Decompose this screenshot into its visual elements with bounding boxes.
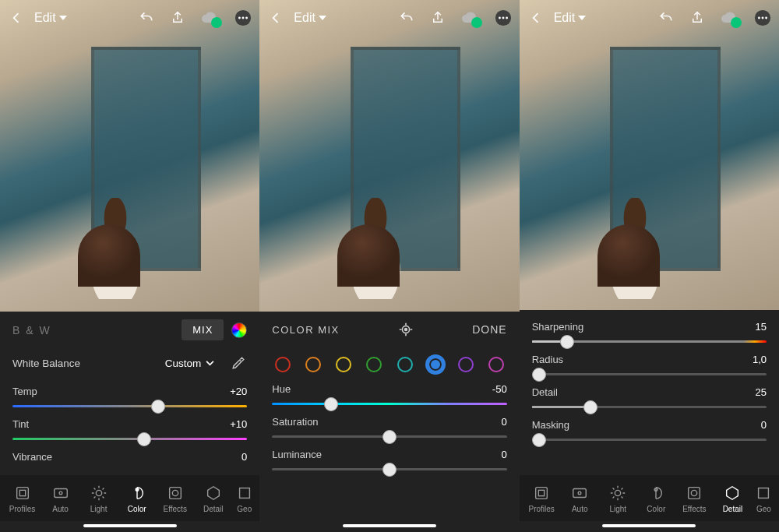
svg-point-9 <box>136 488 139 491</box>
svg-point-21 <box>762 17 764 19</box>
share-icon[interactable] <box>169 9 186 26</box>
masking-value: 0 <box>761 419 767 431</box>
home-indicator[interactable] <box>602 524 696 527</box>
edit-label: Edit <box>34 11 56 25</box>
more-icon[interactable] <box>754 9 771 26</box>
tab-geometry[interactable]: Geo <box>232 481 256 516</box>
photo-preview[interactable] <box>0 0 259 312</box>
tint-value: +10 <box>230 418 247 430</box>
svg-point-26 <box>578 491 581 495</box>
cloud-sync-icon[interactable] <box>720 9 740 26</box>
tab-detail[interactable]: Detail <box>714 481 752 516</box>
edit-menu[interactable]: Edit <box>294 11 326 25</box>
tab-color[interactable]: Color <box>637 481 675 516</box>
target-adjust-icon[interactable] <box>397 321 414 338</box>
bw-toggle[interactable]: B & W <box>12 324 51 336</box>
tab-auto[interactable]: Auto <box>41 481 79 516</box>
sharpening-value: 15 <box>756 321 767 333</box>
colormix-panel: COLOR MIX DONE Hue -50 Saturati <box>259 312 519 532</box>
done-button[interactable]: DONE <box>472 323 506 336</box>
color-swatches <box>259 347 519 377</box>
back-icon[interactable] <box>527 9 545 26</box>
hue-label: Hue <box>272 383 291 395</box>
photo-preview[interactable] <box>259 0 519 312</box>
slider-temp[interactable]: Temp +20 <box>0 379 259 412</box>
share-icon[interactable] <box>689 9 706 26</box>
sharpening-label: Sharpening <box>532 321 584 333</box>
swatch-purple[interactable] <box>458 357 474 372</box>
color-panel: B & W MIX White Balance Custom Temp +20 … <box>0 312 259 532</box>
tab-auto[interactable]: Auto <box>561 481 599 516</box>
tab-light[interactable]: Light <box>79 481 118 516</box>
slider-sharpening[interactable]: Sharpening 15 <box>520 315 779 347</box>
edit-menu[interactable]: Edit <box>34 11 67 25</box>
more-icon[interactable] <box>495 9 512 26</box>
svg-point-11 <box>172 490 178 495</box>
back-icon[interactable] <box>8 9 25 26</box>
svg-rect-5 <box>19 490 25 495</box>
undo-icon[interactable] <box>657 9 675 26</box>
svg-point-7 <box>59 491 62 495</box>
svg-point-3 <box>245 17 248 19</box>
temp-label: Temp <box>12 386 37 397</box>
wb-select[interactable]: Custom <box>165 358 215 369</box>
undo-icon[interactable] <box>138 9 155 26</box>
swatch-yellow[interactable] <box>336 357 351 372</box>
home-indicator[interactable] <box>343 524 436 527</box>
topbar: Edit <box>520 0 779 36</box>
slider-tint[interactable]: Tint +10 <box>0 412 259 445</box>
svg-rect-29 <box>689 488 700 499</box>
more-icon[interactable] <box>234 9 252 26</box>
saturation-value: 0 <box>501 416 506 428</box>
tool-tabbar: Profiles Auto Light Color Effects Detail… <box>520 475 779 521</box>
tab-effects[interactable]: Effects <box>156 481 194 516</box>
tab-geometry[interactable]: Geo <box>752 481 776 516</box>
slider-masking[interactable]: Masking 0 <box>520 413 779 446</box>
swatch-blue[interactable] <box>428 357 443 372</box>
tab-detail[interactable]: Detail <box>194 481 232 516</box>
swatch-green[interactable] <box>366 357 382 372</box>
svg-rect-12 <box>239 488 249 499</box>
share-icon[interactable] <box>429 9 446 26</box>
tab-profiles[interactable]: Profiles <box>3 481 41 516</box>
photo-preview[interactable] <box>520 0 779 312</box>
tab-light[interactable]: Light <box>599 481 637 516</box>
slider-hue[interactable]: Hue -50 <box>259 377 519 410</box>
colormix-title: COLOR MIX <box>272 324 339 336</box>
tab-effects[interactable]: Effects <box>675 481 714 516</box>
svg-rect-23 <box>536 488 548 499</box>
slider-luminance[interactable]: Luminance 0 <box>259 442 519 475</box>
slider-detail[interactable]: Detail 25 <box>520 380 779 413</box>
screen-detail: Edit Sharpening 15 Radius 1,0 Detail <box>520 0 779 532</box>
svg-rect-6 <box>54 489 67 498</box>
tab-profiles[interactable]: Profiles <box>523 481 561 516</box>
slider-radius[interactable]: Radius 1,0 <box>520 347 779 380</box>
home-indicator[interactable] <box>83 524 177 527</box>
wb-label: White Balance <box>12 358 80 369</box>
svg-rect-24 <box>539 490 545 495</box>
svg-point-8 <box>96 490 101 495</box>
slider-saturation[interactable]: Saturation 0 <box>259 410 519 442</box>
radius-value: 1,0 <box>753 354 767 365</box>
mix-button[interactable]: MIX <box>182 319 224 340</box>
back-icon[interactable] <box>267 9 284 26</box>
svg-point-18 <box>405 329 407 331</box>
slider-vibrance[interactable]: Vibrance 0 <box>0 445 259 464</box>
undo-icon[interactable] <box>398 9 415 26</box>
svg-point-1 <box>238 17 241 19</box>
colorwheel-icon[interactable] <box>231 322 247 338</box>
cloud-sync-icon[interactable] <box>460 9 481 26</box>
cloud-sync-icon[interactable] <box>200 9 220 26</box>
tab-color[interactable]: Color <box>118 481 156 516</box>
swatch-magenta[interactable] <box>488 357 504 372</box>
eyedropper-icon[interactable] <box>230 354 247 372</box>
screen-color: Edit B & W MIX White <box>0 0 259 532</box>
swatch-red[interactable] <box>275 357 291 372</box>
detail-label: Detail <box>532 386 558 398</box>
swatch-orange[interactable] <box>305 357 321 372</box>
luminance-label: Luminance <box>272 449 322 460</box>
edit-menu[interactable]: Edit <box>554 11 587 25</box>
svg-rect-4 <box>16 488 28 499</box>
swatch-aqua[interactable] <box>397 357 413 372</box>
svg-point-27 <box>615 490 621 495</box>
